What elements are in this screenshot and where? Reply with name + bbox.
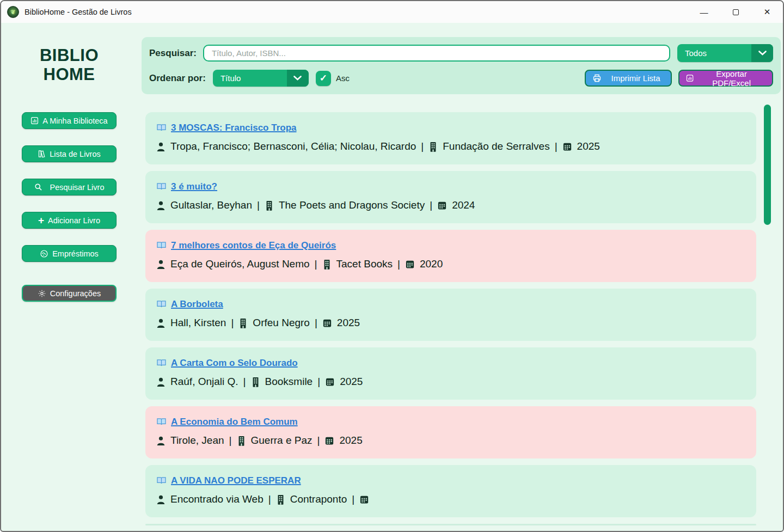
separator: | [268, 493, 271, 505]
calendar-icon [359, 494, 369, 504]
sort-label: Ordenar por: [149, 73, 206, 84]
maximize-icon [733, 9, 739, 15]
person-icon [156, 318, 166, 328]
maximize-button[interactable] [720, 1, 751, 23]
book-publisher: Orfeu Negro [253, 317, 310, 329]
book-title-link[interactable]: 3 MOSCAS: Francisco Tropa [156, 123, 297, 133]
calendar-icon [325, 377, 335, 387]
separator: | [421, 140, 424, 152]
book-year: 2024 [452, 199, 475, 211]
sidebar-item-book-list[interactable]: Lista de Livros [22, 145, 117, 162]
handshake-icon [40, 249, 48, 258]
book-year: 2025 [577, 140, 600, 152]
book-year: 2020 [420, 258, 443, 270]
search-panel: Pesquisar: Todos Ordenar por: Título [142, 37, 781, 94]
minimize-button[interactable]: — [688, 1, 720, 23]
bar-chart-icon [30, 117, 39, 125]
calendar-icon [405, 259, 415, 269]
sidebar-item-loans[interactable]: Empréstimos [22, 245, 117, 262]
book-row: 3 MOSCAS: Francisco Tropa Tropa, Francis… [145, 112, 756, 164]
building-icon [276, 494, 285, 505]
chevron-down-icon [287, 70, 309, 87]
filter-dropdown[interactable]: Todos [677, 44, 773, 62]
building-icon [265, 200, 274, 211]
sort-dropdown[interactable]: Título [213, 70, 309, 87]
book-row: A Carta Com o Selo Dourado Raúf, Onjali … [145, 347, 756, 400]
book-year: 2025 [340, 376, 363, 388]
separator: | [315, 317, 317, 329]
search-input[interactable] [203, 45, 670, 62]
person-icon [156, 436, 166, 446]
open-book-icon [156, 182, 167, 191]
building-icon [251, 377, 260, 387]
open-book-icon [156, 300, 167, 308]
person-icon [156, 142, 166, 152]
book-row: 3 é muito? Gultaslar, Beyhan | The Poets… [145, 171, 756, 223]
person-icon [156, 200, 166, 211]
book-author: Tirole, Jean [170, 435, 224, 447]
bar-chart-icon [686, 74, 694, 82]
printer-icon [592, 74, 602, 83]
separator: | [231, 317, 234, 329]
app-logo-icon: ❦ [7, 6, 19, 18]
book-publisher: Contraponto [290, 493, 347, 505]
close-button[interactable]: ✕ [751, 1, 783, 23]
book-author: Gultaslar, Beyhan [170, 199, 252, 211]
search-label: Pesquisar: [149, 48, 197, 59]
next-card-sliver [145, 524, 756, 525]
person-icon [156, 494, 166, 505]
filter-dropdown-value: Todos [677, 44, 751, 62]
book-title-link[interactable]: A Borboleta [156, 299, 223, 310]
book-year: 2025 [337, 317, 360, 329]
book-publisher: Booksmile [265, 376, 313, 388]
calendar-icon [322, 318, 332, 328]
sidebar-item-search-book[interactable]: Pesquisar Livro [22, 179, 117, 195]
sidebar-item-settings[interactable]: Configurações [22, 285, 117, 302]
sidebar-item-add-book[interactable]: + Adicionar Livro [22, 212, 117, 229]
book-row: 7 melhores contos de Eça de Queirós Eça … [145, 230, 756, 282]
scrollbar-thumb[interactable] [764, 105, 771, 225]
sidebar-item-my-library[interactable]: A Minha Biblioteca [22, 112, 117, 129]
separator: | [243, 376, 246, 388]
calendar-icon [562, 142, 572, 151]
separator: | [315, 258, 317, 270]
plus-icon: + [38, 215, 44, 225]
print-button[interactable]: Imprimir Lista [585, 70, 672, 87]
separator: | [397, 258, 400, 270]
building-icon [322, 259, 332, 270]
building-icon [428, 142, 438, 152]
book-title-link[interactable]: 7 melhores contos de Eça de Queirós [156, 240, 336, 251]
book-title-link[interactable]: A VIDA NAO PODE ESPERAR [156, 475, 301, 486]
open-book-icon [156, 476, 167, 485]
app-window: ❦ BiblioHome - Gestão de Livros — ✕ BIBL… [0, 0, 784, 532]
separator: | [317, 376, 320, 388]
asc-checkbox[interactable]: ✓ [316, 71, 331, 86]
building-icon [237, 436, 246, 446]
book-year: 2025 [339, 435, 362, 447]
book-author: Hall, Kirsten [170, 317, 226, 329]
book-title-link[interactable]: A Carta Com o Selo Dourado [156, 358, 298, 369]
open-book-icon [156, 359, 167, 367]
book-author: Tropa, Francisco; Bernasconi, Célia; Nic… [170, 140, 416, 152]
open-book-icon [156, 241, 167, 249]
book-row: A Economia do Bem Comum Tirole, Jean | G… [145, 406, 756, 458]
calendar-icon [437, 200, 447, 210]
sort-dropdown-value: Título [213, 70, 287, 87]
separator: | [229, 435, 232, 447]
asc-label: Asc [336, 74, 350, 83]
separator: | [352, 493, 354, 505]
gear-icon [38, 289, 46, 298]
main-content: Pesquisar: Todos Ordenar por: Título [137, 23, 784, 532]
book-title-link[interactable]: A Economia do Bem Comum [156, 417, 298, 427]
person-icon [156, 377, 166, 387]
separator: | [555, 140, 558, 152]
open-book-icon [156, 418, 167, 426]
book-title-link[interactable]: 3 é muito? [156, 181, 217, 192]
books-icon [38, 150, 46, 158]
export-button[interactable]: Exportar PDF/Excel [678, 70, 773, 87]
open-book-icon [156, 124, 167, 132]
book-list: 3 MOSCAS: Francisco Tropa Tropa, Francis… [145, 112, 756, 517]
search-icon [34, 183, 42, 191]
book-row: A VIDA NAO PODE ESPERAR Encontrado via W… [145, 465, 756, 517]
check-icon: ✓ [320, 72, 327, 84]
